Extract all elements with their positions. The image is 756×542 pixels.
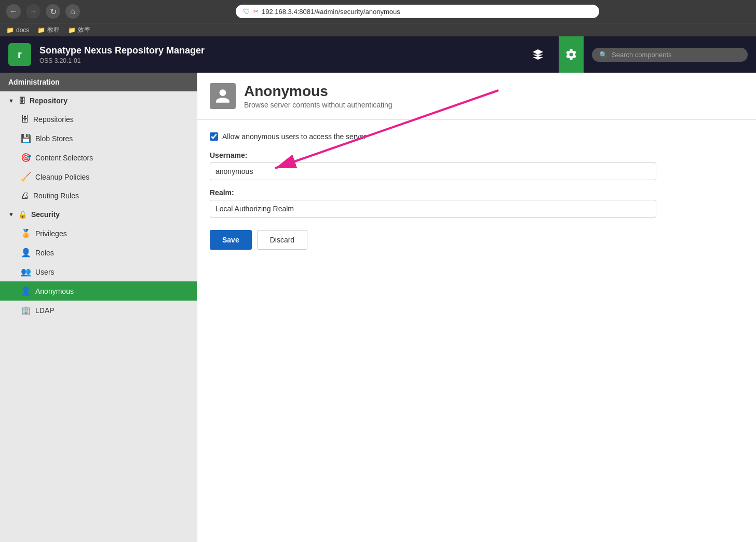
security-section-icon: 🔒 bbox=[18, 210, 27, 219]
app-version: OSS 3.20.1-01 bbox=[39, 57, 80, 64]
page-header: Anonymous Browse server contents without… bbox=[197, 73, 756, 120]
content-selectors-icon: 🎯 bbox=[21, 153, 31, 162]
app-title-block: Sonatype Nexus Repository Manager OSS 3.… bbox=[39, 45, 517, 64]
page-content: Anonymous Browse server contents without… bbox=[197, 73, 756, 542]
routing-rules-icon: 🖨 bbox=[21, 191, 29, 200]
username-group: Username: bbox=[210, 151, 744, 180]
chevron-down-icon: ▼ bbox=[8, 98, 14, 104]
content-area: Anonymous Browse server contents without… bbox=[197, 73, 756, 542]
back-button[interactable]: ← bbox=[6, 4, 21, 19]
button-row: Save Discard bbox=[210, 230, 744, 250]
cleanup-policies-icon: 🧹 bbox=[21, 172, 31, 182]
sidebar-section-repository[interactable]: ▼ 🗄 Repository bbox=[0, 91, 197, 110]
search-input[interactable] bbox=[612, 51, 740, 59]
main-layout: Administration ▼ 🗄 Repository 🗄 Reposito… bbox=[0, 73, 756, 542]
users-icon: 👥 bbox=[21, 267, 31, 277]
url-text: 192.168.3.4:8081/#admin/security/anonymo… bbox=[262, 8, 400, 16]
allow-anonymous-row: Allow anonymous users to access the serv… bbox=[210, 132, 744, 141]
realm-group: Realm: bbox=[210, 188, 744, 218]
page-header-text: Anonymous Browse server contents without… bbox=[244, 83, 393, 109]
allow-anonymous-checkbox[interactable] bbox=[210, 132, 218, 141]
folder-icon: 📁 bbox=[6, 26, 14, 34]
sidebar-section-security[interactable]: ▼ 🔒 Security bbox=[0, 205, 197, 224]
page-subtitle: Browse server contents without authentic… bbox=[244, 101, 393, 109]
app-title: Sonatype Nexus Repository Manager bbox=[39, 45, 517, 56]
lock-icon: ✂ bbox=[253, 8, 259, 15]
bookmark-tutorial[interactable]: 📁 教程 bbox=[37, 25, 60, 34]
folder-icon-2: 📁 bbox=[37, 26, 45, 34]
form-section: Allow anonymous users to access the serv… bbox=[197, 120, 756, 262]
sidebar-item-repositories[interactable]: 🗄 Repositories bbox=[0, 110, 197, 129]
realm-label: Realm: bbox=[210, 188, 744, 197]
folder-icon-3: 📁 bbox=[68, 26, 76, 34]
sidebar-item-roles[interactable]: 👤 Roles bbox=[0, 243, 197, 262]
address-bar[interactable]: 🛡 ✂ 192.168.3.4:8081/#admin/security/ano… bbox=[236, 5, 599, 18]
refresh-button[interactable]: ↻ bbox=[46, 4, 60, 19]
sidebar-item-users[interactable]: 👥 Users bbox=[0, 262, 197, 281]
username-input[interactable] bbox=[210, 162, 656, 180]
repositories-icon: 🗄 bbox=[21, 115, 29, 124]
app-logo: r bbox=[8, 43, 31, 66]
search-bar[interactable]: 🔍 bbox=[592, 48, 748, 62]
roles-icon: 👤 bbox=[21, 248, 31, 258]
browser-chrome: ← → ↻ ⌂ 🛡 ✂ 192.168.3.4:8081/#admin/secu… bbox=[0, 0, 756, 23]
ldap-icon: 🏢 bbox=[21, 305, 31, 315]
discard-button[interactable]: Discard bbox=[257, 230, 307, 250]
sidebar-header: Administration bbox=[0, 73, 197, 91]
bookmark-docs[interactable]: 📁 docs bbox=[6, 25, 29, 34]
sidebar-item-content-selectors[interactable]: 🎯 Content Selectors bbox=[0, 148, 197, 167]
chevron-down-icon-security: ▼ bbox=[8, 211, 14, 218]
privileges-icon: 🏅 bbox=[21, 228, 31, 238]
sidebar-item-cleanup-policies[interactable]: 🧹 Cleanup Policies bbox=[0, 167, 197, 186]
save-button[interactable]: Save bbox=[210, 230, 252, 250]
app-header: r Sonatype Nexus Repository Manager OSS … bbox=[0, 36, 756, 73]
search-icon: 🔍 bbox=[599, 51, 608, 59]
sidebar-item-anonymous[interactable]: 👤 Anonymous bbox=[0, 281, 197, 301]
username-label: Username: bbox=[210, 151, 744, 159]
forward-button[interactable]: → bbox=[26, 4, 40, 19]
home-button[interactable]: ⌂ bbox=[65, 4, 80, 19]
sidebar: Administration ▼ 🗄 Repository 🗄 Reposito… bbox=[0, 73, 197, 542]
blob-stores-icon: 💾 bbox=[21, 133, 31, 143]
sidebar-section-security-label: Security bbox=[31, 210, 60, 219]
shield-icon: 🛡 bbox=[243, 7, 250, 16]
anonymous-icon: 👤 bbox=[21, 286, 31, 296]
page-title: Anonymous bbox=[244, 83, 393, 100]
repository-section-icon: 🗄 bbox=[18, 97, 25, 105]
realm-input[interactable] bbox=[210, 200, 656, 218]
cube-icon-button[interactable] bbox=[525, 36, 550, 73]
gear-icon-button[interactable] bbox=[559, 36, 584, 73]
sidebar-section-label: Repository bbox=[30, 97, 68, 105]
sidebar-item-ldap[interactable]: 🏢 LDAP bbox=[0, 301, 197, 320]
sidebar-item-routing-rules[interactable]: 🖨 Routing Rules bbox=[0, 186, 197, 205]
bookmark-efficiency[interactable]: 📁 效率 bbox=[68, 25, 90, 34]
sidebar-item-blob-stores[interactable]: 💾 Blob Stores bbox=[0, 129, 197, 148]
anonymous-avatar bbox=[210, 83, 236, 109]
bookmarks-bar: 📁 docs 📁 教程 📁 效率 bbox=[0, 23, 756, 36]
sidebar-item-privileges[interactable]: 🏅 Privileges bbox=[0, 224, 197, 243]
allow-anonymous-label: Allow anonymous users to access the serv… bbox=[222, 132, 366, 141]
